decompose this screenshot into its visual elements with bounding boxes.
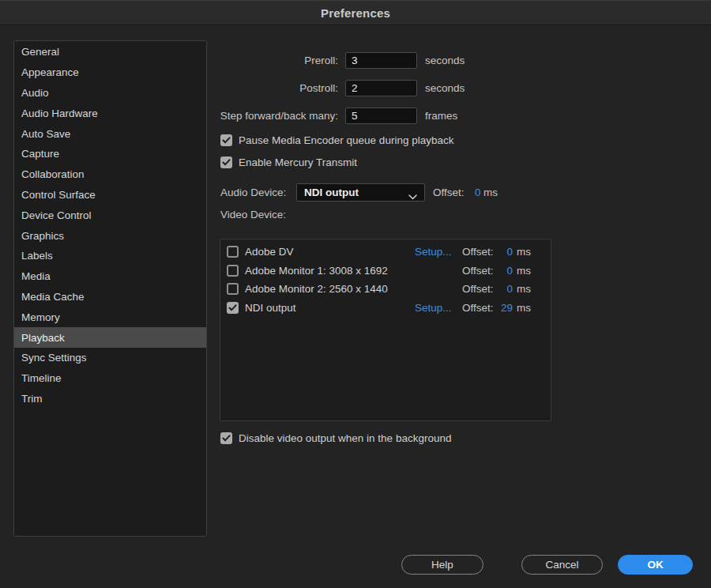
video-device-row: Adobe Monitor 2: 2560 x 1440Offset:0ms bbox=[220, 280, 551, 299]
video-device-name: Adobe Monitor 2: 2560 x 1440 bbox=[245, 280, 388, 299]
postroll-input[interactable] bbox=[345, 80, 417, 96]
audio-offset-unit: ms bbox=[483, 183, 498, 202]
pause-media-encoder-label: Pause Media Encoder queue during playbac… bbox=[239, 134, 453, 146]
postroll-unit: seconds bbox=[425, 82, 465, 94]
video-device-setup-link[interactable]: Setup... bbox=[415, 243, 452, 262]
audio-device-row: Audio Device: NDI output Offset: 0 ms bbox=[0, 183, 711, 202]
step-many-input[interactable] bbox=[345, 107, 417, 124]
preroll-row: Preroll: seconds bbox=[220, 52, 465, 69]
video-device-row: Adobe Monitor 1: 3008 x 1692Offset:0ms bbox=[220, 262, 551, 281]
video-device-offset-unit: ms bbox=[517, 262, 531, 281]
video-device-offset-value[interactable]: 29 bbox=[481, 299, 513, 318]
audio-offset-value[interactable]: 0 bbox=[475, 183, 481, 202]
video-device-row: NDI outputSetup...Offset:29ms bbox=[220, 299, 551, 318]
enable-mercury-checkbox[interactable] bbox=[220, 156, 232, 168]
ok-button[interactable]: OK bbox=[618, 555, 693, 575]
preroll-label: Preroll: bbox=[220, 55, 338, 66]
step-many-unit: frames bbox=[425, 110, 457, 122]
step-many-label: Step forward/back many: bbox=[220, 110, 338, 122]
pause-media-encoder-row: Pause Media Encoder queue during playbac… bbox=[220, 134, 453, 146]
video-device-checkbox[interactable] bbox=[227, 246, 239, 258]
enable-mercury-row: Enable Mercury Transmit bbox=[220, 156, 357, 168]
video-device-offset-unit: ms bbox=[517, 299, 531, 318]
step-many-row: Step forward/back many: frames bbox=[220, 107, 457, 124]
audio-device-value: NDI output bbox=[304, 187, 359, 198]
cancel-button[interactable]: Cancel bbox=[521, 555, 603, 575]
dialog-titlebar: Preferences bbox=[0, 0, 711, 25]
chevron-down-icon bbox=[408, 190, 417, 202]
video-device-offset-value[interactable]: 0 bbox=[481, 262, 513, 281]
preroll-unit: seconds bbox=[425, 55, 465, 66]
audio-device-select[interactable]: NDI output bbox=[296, 183, 425, 202]
disable-video-bg-checkbox[interactable] bbox=[220, 432, 232, 444]
video-device-name: Adobe Monitor 1: 3008 x 1692 bbox=[245, 262, 388, 281]
preroll-input[interactable] bbox=[345, 52, 417, 69]
video-device-label-row: Video Device: bbox=[0, 207, 711, 223]
dialog-title: Preferences bbox=[321, 6, 390, 20]
video-device-offset-value[interactable]: 0 bbox=[481, 280, 513, 299]
video-device-row: Adobe DVSetup...Offset:0ms bbox=[220, 243, 551, 262]
video-device-offset-unit: ms bbox=[517, 280, 531, 299]
disable-video-bg-row: Disable video output when in the backgro… bbox=[220, 432, 451, 444]
help-button[interactable]: Help bbox=[401, 555, 483, 575]
video-device-checkbox[interactable] bbox=[227, 283, 239, 295]
video-device-name: NDI output bbox=[245, 299, 296, 318]
video-device-checkbox[interactable] bbox=[227, 302, 239, 314]
video-device-list: Adobe DVSetup...Offset:0msAdobe Monitor … bbox=[220, 239, 551, 421]
disable-video-bg-label: Disable video output when in the backgro… bbox=[239, 432, 451, 444]
postroll-label: Postroll: bbox=[220, 82, 338, 94]
audio-offset-label: Offset: bbox=[433, 183, 465, 202]
video-device-offset-unit: ms bbox=[517, 243, 531, 262]
video-device-setup-link[interactable]: Setup... bbox=[415, 299, 452, 318]
video-device-checkbox[interactable] bbox=[227, 265, 239, 277]
video-device-label: Video Device: bbox=[220, 207, 286, 223]
postroll-row: Postroll: seconds bbox=[220, 80, 465, 96]
audio-device-label: Audio Device: bbox=[220, 183, 286, 202]
video-device-name: Adobe DV bbox=[245, 243, 294, 262]
video-device-offset-value[interactable]: 0 bbox=[481, 243, 513, 262]
enable-mercury-label: Enable Mercury Transmit bbox=[239, 156, 357, 168]
pause-media-encoder-checkbox[interactable] bbox=[220, 134, 232, 146]
